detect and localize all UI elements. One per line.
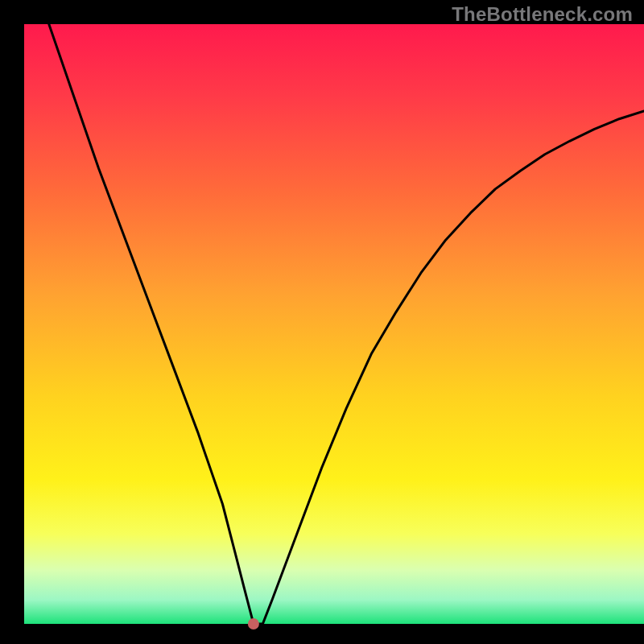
chart-frame: TheBottleneck.com <box>0 0 644 644</box>
watermark-text: TheBottleneck.com <box>452 3 633 26</box>
bottleneck-chart <box>0 0 644 644</box>
optimal-point-marker <box>248 618 259 630</box>
plot-background <box>24 24 644 624</box>
